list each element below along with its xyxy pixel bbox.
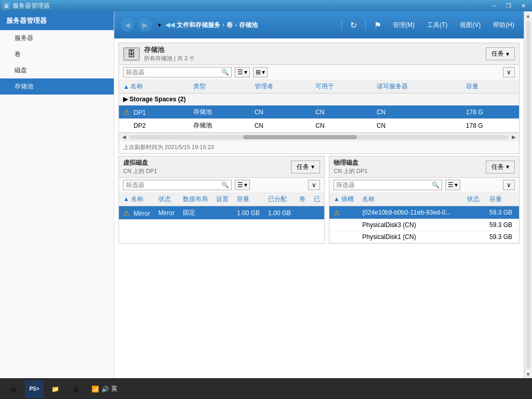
table-row[interactable]: PhysicalDisk1 (CN) 59.3 GB (329, 231, 519, 243)
vdisk-col-allocated[interactable]: 已分配 (264, 193, 295, 206)
breadcrumb-volumes[interactable]: 卷 (227, 21, 233, 30)
col-manager-header[interactable]: 管理者 (250, 80, 312, 94)
vscroll-track (526, 21, 530, 369)
group-label: Storage Spaces (2) (129, 96, 185, 103)
sidebar-item-servers[interactable]: 服务器 (0, 30, 114, 46)
storage-pool-table: ▲ 名称 类型 管理者 可用于 读写服务器 容量 (119, 80, 519, 132)
vdisk-setting (212, 206, 233, 220)
virtual-disk-filter-bar: 🔍 ☰ ▾ ∨ (119, 178, 324, 193)
pdisk-list-icon: ☰ (448, 181, 454, 189)
table-row[interactable]: ⚠ DP1 存储池 CN CN CN 178 G (119, 105, 519, 119)
forward-button[interactable]: ▶ (138, 18, 152, 32)
taskbar-powershell[interactable]: PS> (25, 380, 44, 398)
col-rwserver-header[interactable]: 读写服务器 (373, 80, 462, 94)
expand-button[interactable]: ∨ (503, 67, 515, 77)
view-menu[interactable]: 视图(V) (457, 19, 484, 32)
vdisk-expand-button[interactable]: ∨ (308, 180, 320, 190)
flag-button[interactable]: ⚑ (372, 19, 383, 31)
taskbar-printer[interactable]: 🖨 (66, 380, 85, 398)
col-capacity-header[interactable]: 容量 (462, 80, 519, 94)
row-type: 存储池 (189, 119, 250, 132)
breadcrumb-pools[interactable]: 存储池 (239, 21, 258, 30)
pdisk-col-name[interactable]: 名称 (358, 193, 462, 206)
close-button[interactable]: ✕ (516, 1, 530, 10)
storage-pool-filter-bar: 🔍 ☰ ▾ ⊞ ▾ ∨ (119, 65, 519, 80)
pdisk-view-button[interactable]: ☰ ▾ (445, 180, 460, 190)
help-menu[interactable]: 帮助(H) (490, 19, 517, 32)
storage-pool-icon: 🗄 (123, 47, 140, 61)
minimize-button[interactable]: ─ (487, 1, 501, 10)
physical-disk-filter-input[interactable] (336, 181, 430, 189)
taskbar-system: 📶 🔊 英 (91, 384, 117, 393)
group-header-row: ▶ Storage Spaces (2) (119, 94, 519, 105)
sidebar-item-storage-pools[interactable]: 存储池 (0, 78, 114, 95)
virtual-disk-task-button[interactable]: 任务 ▾ (291, 161, 320, 174)
view-list-button[interactable]: ☰ ▾ (235, 67, 250, 77)
table-row[interactable]: ⚠ Mirror Mirror 固定 1.00 GB 1.00 GB (119, 206, 324, 220)
scroll-up-arrow[interactable]: ▲ (524, 11, 533, 20)
virtual-disk-filter-input[interactable] (126, 181, 219, 189)
pdisk-col-status[interactable]: 状态 (463, 193, 485, 206)
col-available-header[interactable]: 可用于 (311, 80, 373, 94)
table-row[interactable]: DP2 存储池 CN CN CN 178 G (119, 119, 519, 132)
filter-search-icon[interactable]: 🔍 (221, 69, 229, 76)
view-options-button[interactable]: ⊞ ▾ (253, 67, 268, 77)
storage-pool-filter-input[interactable] (126, 69, 219, 76)
vdisk-col-capacity[interactable]: 容量 (233, 193, 264, 206)
scroll-down-arrow[interactable]: ▼ (524, 370, 533, 378)
pdisk-capacity: 59.3 GB (485, 206, 519, 219)
vdisk-search-icon[interactable]: 🔍 (221, 181, 229, 189)
row-manager: CN (250, 119, 312, 132)
vdisk-list-icon: ☰ (237, 181, 243, 189)
row-type: 存储池 (189, 105, 250, 119)
tools-menu[interactable]: 工具(T) (424, 19, 450, 32)
vdisk-col-name[interactable]: ▲ 名称 (119, 193, 154, 206)
list-icon: ☰ (237, 69, 243, 76)
storage-pool-table-container: ▲ 名称 类型 管理者 可用于 读写服务器 容量 (119, 80, 519, 132)
vdisk-col-other[interactable]: 已 (310, 193, 324, 206)
vdisk-col-status[interactable]: 状态 (154, 193, 179, 206)
taskbar-explorer[interactable]: 🗂 (4, 380, 23, 398)
manage-menu[interactable]: 管理(M) (390, 19, 418, 32)
storage-pool-task-button[interactable]: 任务 ▾ (486, 47, 515, 60)
physical-disk-header: 物理磁盘 CN 上的 DP1 任务 ▾ (329, 156, 519, 178)
col-name-header[interactable]: ▲ 名称 (119, 80, 189, 94)
title-bar: 🖥 服务器管理器 ─ ❐ ✕ (0, 0, 532, 11)
table-row[interactable]: ⚠ {024e10b9-b0b0-11eb-93ed-0... 59.3 GB (329, 206, 519, 219)
sidebar-item-volumes[interactable]: 卷 (0, 46, 114, 62)
pdisk-search-icon[interactable]: 🔍 (432, 181, 440, 189)
vdisk-col-volume[interactable]: 卷 (295, 193, 310, 206)
sidebar-item-disks[interactable]: 磁盘 (0, 62, 114, 78)
vdisk-view-button[interactable]: ☰ ▾ (235, 180, 250, 190)
vertical-scrollbar[interactable]: ▲ ▼ (524, 11, 532, 378)
storage-pools-panel: 🗄 存储池 所有存储池 | 共 2 个 任务 ▾ 🔍 (118, 43, 520, 154)
content-area: 🗄 存储池 所有存储池 | 共 2 个 任务 ▾ 🔍 (114, 38, 524, 378)
refresh-button[interactable]: ↻ (348, 19, 359, 31)
taskbar-lang: 英 (111, 384, 117, 393)
taskbar-network-icon: 📶 (91, 385, 99, 393)
horizontal-scrollbar[interactable]: ◀ ▶ (119, 132, 519, 141)
breadcrumb-files[interactable]: 文件和存储服务 (177, 21, 220, 30)
scroll-right-arrow[interactable]: ▶ (510, 134, 518, 140)
pdisk-col-capacity[interactable]: 容量 (485, 193, 519, 206)
vdisk-chevron-icon: ▾ (244, 181, 247, 189)
col-type-header[interactable]: 类型 (189, 80, 250, 94)
row-capacity: 178 G (462, 105, 519, 119)
restore-button[interactable]: ❐ (502, 1, 515, 10)
row-manager: CN (250, 105, 312, 119)
group-expand-icon[interactable]: ▶ (123, 96, 128, 103)
table-row[interactable]: PhysicalDisk3 (CN) 59.3 GB (329, 219, 519, 231)
pdisk-expand-button[interactable]: ∨ (503, 180, 515, 190)
pdisk-name: PhysicalDisk1 (CN) (358, 231, 462, 243)
vdisk-col-layout[interactable]: 数据布局 (179, 193, 212, 206)
vdisk-col-setting[interactable]: 设置 (212, 193, 233, 206)
scroll-left-arrow[interactable]: ◀ (120, 134, 128, 140)
physical-disk-task-button[interactable]: 任务 ▾ (486, 161, 515, 174)
taskbar-folder[interactable]: 📁 (46, 380, 64, 398)
breadcrumb: ◀◀ 文件和存储服务 › 卷 › 存储池 (165, 21, 258, 30)
pdisk-chevron-icon: ▾ (455, 181, 458, 189)
back-button[interactable]: ◀ (121, 18, 134, 32)
virtual-disk-header: 虚拟磁盘 CN 上的 DP1 任务 ▾ (119, 156, 324, 178)
pdisk-col-slot[interactable]: ▲ 插槽 (329, 193, 358, 206)
taskbar-volume-icon: 🔊 (101, 385, 109, 393)
